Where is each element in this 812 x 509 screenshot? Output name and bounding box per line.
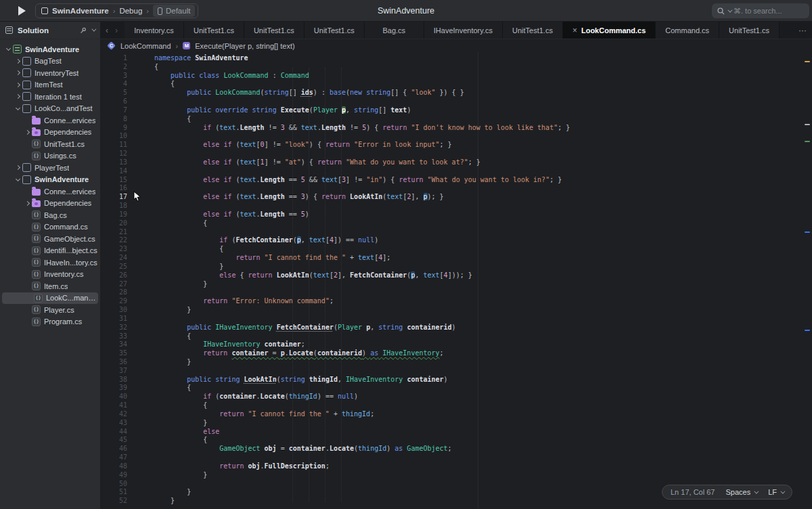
line-number[interactable]: 32 bbox=[100, 324, 133, 332]
line-number[interactable]: 37 bbox=[100, 367, 133, 376]
code-line-10[interactable]: 10 bbox=[100, 132, 812, 141]
line-number[interactable]: 16 bbox=[100, 184, 133, 193]
code-line-14[interactable]: 14 bbox=[100, 167, 812, 176]
line-number[interactable]: 38 bbox=[100, 376, 133, 384]
tree-item-bag-cs[interactable]: {}Bag.cs bbox=[0, 209, 100, 221]
code-line-41[interactable]: 41 { bbox=[100, 401, 812, 410]
code-line-13[interactable]: 13 else if (text[1] != "at") { return "W… bbox=[100, 158, 812, 167]
code-line-16[interactable]: 16 bbox=[100, 184, 812, 193]
code-line-42[interactable]: 42 return "I cannot find the " + thingId… bbox=[100, 410, 812, 419]
code-line-12[interactable]: 12 bbox=[100, 150, 812, 158]
line-number[interactable]: 52 bbox=[100, 497, 133, 506]
line-number[interactable]: 9 bbox=[100, 124, 133, 133]
tree-item-dependencies[interactable]: Dependencies bbox=[0, 198, 100, 210]
tree-item-conne-ervices[interactable]: Conne...ervices bbox=[0, 114, 100, 127]
code-line-46[interactable]: 46 GameObject obj = container.Locate(thi… bbox=[100, 445, 812, 453]
code-line-37[interactable]: 37 bbox=[100, 367, 812, 376]
code-line-8[interactable]: 8 { bbox=[100, 115, 812, 124]
chevron-right-icon[interactable] bbox=[23, 202, 32, 205]
line-number[interactable]: 14 bbox=[100, 167, 133, 176]
line-number[interactable]: 26 bbox=[100, 271, 133, 280]
code-line-20[interactable]: 20 { bbox=[100, 219, 812, 228]
breadcrumb-target[interactable]: Default bbox=[153, 5, 195, 17]
tree-item-bagtest[interactable]: BagTest bbox=[0, 56, 100, 68]
line-number[interactable]: 15 bbox=[100, 176, 133, 185]
chevron-right-icon[interactable] bbox=[14, 95, 22, 98]
pin-icon[interactable] bbox=[80, 27, 87, 34]
line-number[interactable]: 6 bbox=[100, 97, 133, 106]
tree-item-inventory-cs[interactable]: {}Inventory.cs bbox=[0, 269, 100, 281]
line-number[interactable]: 10 bbox=[100, 132, 133, 141]
line-number[interactable]: 13 bbox=[100, 158, 133, 167]
line-number[interactable]: 41 bbox=[100, 401, 133, 410]
tab-UnitTest1.cs[interactable]: UnitTest1.cs bbox=[244, 22, 304, 39]
code-line-4[interactable]: 4 { bbox=[100, 80, 812, 89]
line-number[interactable]: 29 bbox=[100, 297, 133, 306]
line-number[interactable]: 47 bbox=[100, 453, 133, 462]
line-ending-selector[interactable]: LF bbox=[768, 488, 784, 496]
code-line-23[interactable]: 23 { bbox=[100, 245, 812, 254]
tree-item-dependencies[interactable]: Dependencies bbox=[0, 127, 100, 139]
run-config-breadcrumb[interactable]: SwinAdventure › Debug › Default bbox=[35, 3, 198, 18]
line-number[interactable]: 46 bbox=[100, 445, 133, 453]
line-number[interactable]: 45 bbox=[100, 436, 133, 445]
code-line-26[interactable]: 26 else { return LookAtIn(text[2], Fetch… bbox=[100, 271, 812, 280]
chevron-down-icon[interactable] bbox=[14, 108, 22, 110]
line-number[interactable]: 4 bbox=[100, 80, 133, 89]
code-line-27[interactable]: 27 } bbox=[100, 280, 812, 289]
line-number[interactable]: 18 bbox=[100, 202, 133, 211]
line-number[interactable]: 2 bbox=[100, 63, 133, 72]
code-line-30[interactable]: 30 } bbox=[100, 306, 812, 315]
code-line-45[interactable]: 45 { bbox=[100, 436, 812, 445]
breadcrumb-class[interactable]: LookCommand bbox=[120, 42, 171, 50]
tree-item-command-cs[interactable]: {}Command.cs bbox=[0, 221, 100, 234]
line-number[interactable]: 19 bbox=[100, 211, 133, 219]
line-number[interactable]: 36 bbox=[100, 358, 133, 367]
code-line-15[interactable]: 15 else if (text.Length == 5 && text[3] … bbox=[100, 176, 812, 185]
code-line-6[interactable]: 6 bbox=[100, 97, 812, 106]
chevron-right-icon[interactable] bbox=[14, 166, 22, 169]
code-line-32[interactable]: 32 public IHaveInventory FetchContainer(… bbox=[100, 324, 812, 332]
code-line-40[interactable]: 40 if (container.Locate(thingId) == null… bbox=[100, 393, 812, 401]
tree-item-program-cs[interactable]: {}Program.cs bbox=[0, 316, 100, 328]
code-line-5[interactable]: 5 public LookCommand(string[] ids) : bas… bbox=[100, 89, 812, 97]
breadcrumb-config[interactable]: Debug bbox=[119, 7, 142, 15]
chevron-right-icon[interactable] bbox=[23, 131, 32, 134]
tab-UnitTest1.cs[interactable]: UnitTest1.cs bbox=[304, 22, 365, 39]
nav-back-button[interactable]: ‹ bbox=[106, 26, 108, 35]
tree-item-gameobject-cs[interactable]: {}GameObject.cs bbox=[0, 233, 100, 245]
search-box[interactable]: ⌘. to search... bbox=[712, 3, 809, 18]
chevron-down-icon[interactable] bbox=[91, 27, 96, 32]
code-line-7[interactable]: 7 public override string Execute(Player … bbox=[100, 106, 812, 115]
line-number[interactable]: 42 bbox=[100, 410, 133, 419]
line-number[interactable]: 20 bbox=[100, 219, 133, 228]
nav-forward-button[interactable]: › bbox=[115, 26, 118, 35]
code-line-31[interactable]: 31 bbox=[100, 315, 812, 324]
line-number[interactable]: 28 bbox=[100, 288, 133, 297]
code-line-24[interactable]: 24 return "I cannot find the " + text[4]… bbox=[100, 254, 812, 263]
code-line-22[interactable]: 22 if (FetchContainer(p, text[4]) == nul… bbox=[100, 236, 812, 245]
line-number[interactable]: 7 bbox=[100, 106, 133, 115]
line-number[interactable]: 43 bbox=[100, 419, 133, 428]
code-line-3[interactable]: 3 public class LookCommand : Command bbox=[100, 72, 812, 81]
tree-item-inventorytest[interactable]: InventoryTest bbox=[0, 67, 100, 79]
line-number[interactable]: 1 bbox=[100, 54, 133, 63]
line-number[interactable]: 27 bbox=[100, 280, 133, 289]
line-number[interactable]: 17 bbox=[100, 193, 133, 202]
chevron-right-icon[interactable] bbox=[14, 83, 22, 87]
tab-Inventory.cs[interactable]: Inventory.cs bbox=[125, 22, 184, 39]
line-number[interactable]: 12 bbox=[100, 150, 133, 158]
code-line-38[interactable]: 38 public string LookAtIn(string thingId… bbox=[100, 376, 812, 384]
line-number[interactable]: 3 bbox=[100, 72, 133, 81]
line-number[interactable]: 49 bbox=[100, 471, 133, 480]
code-line-29[interactable]: 29 return "Error: Unknown command"; bbox=[100, 297, 812, 306]
caret-position[interactable]: Ln 17, Col 67 bbox=[671, 488, 715, 496]
tab-UnitTest1.cs[interactable]: UnitTest1.cs bbox=[184, 22, 244, 39]
line-number[interactable]: 39 bbox=[100, 384, 133, 393]
code-line-2[interactable]: 2{ bbox=[100, 63, 812, 72]
tab-Bag.cs[interactable]: Bag.cs bbox=[365, 22, 424, 39]
code-line-11[interactable]: 11 else if (text[0] != "look") { return … bbox=[100, 141, 812, 150]
tab-UnitTest1.cs[interactable]: UnitTest1.cs bbox=[503, 22, 563, 39]
tree-item-iteration-1-test[interactable]: Iteration 1 test bbox=[0, 91, 100, 103]
line-number[interactable]: 11 bbox=[100, 141, 133, 150]
